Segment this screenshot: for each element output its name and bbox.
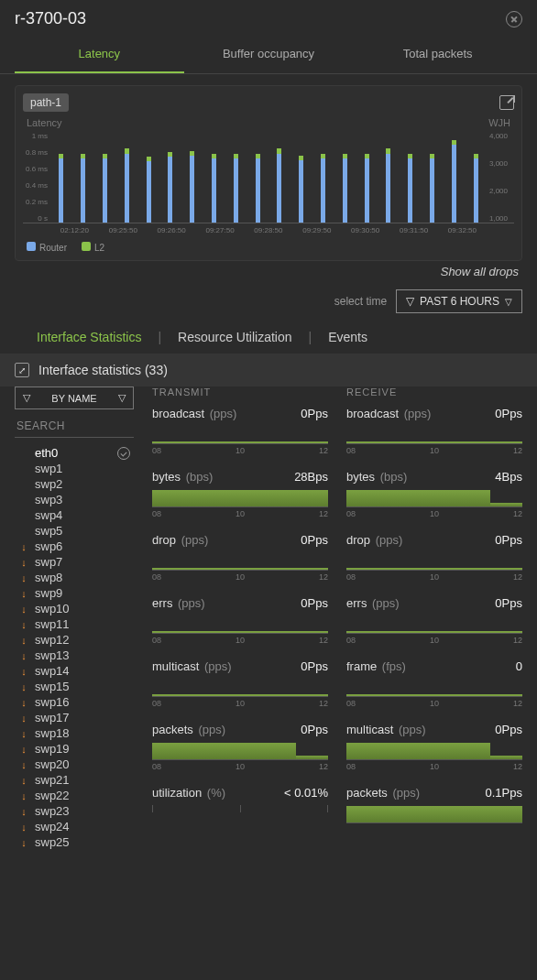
metric-errs: errs (pps)0Pps081012 [346, 596, 522, 645]
tab-buffer-occupancy[interactable]: Buffer occupancy [184, 38, 354, 73]
separator: | [309, 330, 312, 344]
spark-x-tick: 10 [430, 446, 439, 455]
metric-unit: (pps) [395, 723, 425, 736]
interface-row-swp8[interactable]: ↓swp8 [15, 570, 134, 585]
interface-name: swp23 [35, 804, 70, 818]
interface-name: eth0 [35, 446, 58, 460]
tab-latency[interactable]: Latency [15, 38, 184, 73]
interface-name: swp25 [35, 835, 70, 849]
interface-row-swp4[interactable]: swp4 [15, 507, 134, 523]
interface-row-swp2[interactable]: swp2 [15, 476, 134, 492]
metric-value: 28Bps [294, 470, 328, 484]
bar [125, 148, 129, 223]
down-arrow-icon: ↓ [18, 541, 29, 552]
separator: | [158, 330, 161, 344]
metric-bytes: bytes (bps)4Bps081012 [346, 470, 522, 518]
legend-label: Router [39, 243, 67, 253]
select-time-label: select time [334, 295, 387, 308]
search-input[interactable] [15, 415, 134, 438]
interface-name: swp17 [35, 711, 70, 724]
x-tick: 09:31:50 [400, 226, 428, 234]
external-link-icon[interactable] [499, 95, 514, 110]
sparkline [346, 426, 522, 444]
interface-row-swp3[interactable]: swp3 [15, 492, 134, 507]
down-arrow-icon: ↓ [18, 728, 29, 739]
legend-item: Router [27, 242, 67, 253]
interface-row-swp6[interactable]: ↓swp6 [15, 539, 134, 554]
interface-row-swp11[interactable]: ↓swp11 [15, 616, 134, 632]
metric-value: 0Pps [301, 407, 328, 420]
interface-row-swp21[interactable]: ↓swp21 [15, 772, 134, 788]
spark-x-tick: 12 [513, 699, 522, 708]
interface-row-swp25[interactable]: ↓swp25 [15, 834, 134, 850]
interface-row-swp12[interactable]: ↓swp12 [15, 632, 134, 648]
interface-row-eth0[interactable]: eth0 [15, 445, 134, 461]
bar [81, 154, 85, 223]
bar [103, 154, 107, 223]
subtab-interface-statistics[interactable]: Interface Statistics [37, 330, 141, 344]
interface-stats-title: Interface statistics (33) [38, 363, 168, 377]
sparkline [346, 805, 522, 823]
spark-x-tick: 12 [319, 509, 328, 518]
bar [59, 154, 63, 223]
x-tick: 09:30:50 [351, 226, 379, 234]
interface-name: swp21 [35, 773, 70, 787]
spark-x-tick: 10 [236, 636, 245, 645]
show-all-drops-link[interactable]: Show all drops [0, 261, 537, 278]
interface-row-swp23[interactable]: ↓swp23 [15, 803, 134, 819]
close-icon[interactable] [506, 11, 522, 27]
spark-x-tick: 10 [236, 509, 245, 518]
metric-unit: (pps) [195, 723, 225, 736]
metric-name: frame [346, 659, 377, 673]
interface-row-swp13[interactable]: ↓swp13 [15, 648, 134, 663]
bar [408, 154, 412, 223]
metric-unit: (fps) [378, 659, 406, 673]
interface-row-swp7[interactable]: ↓swp7 [15, 554, 134, 570]
metric-packets: packets (pps)0Pps081012 [152, 723, 328, 771]
interface-row-swp14[interactable]: ↓swp14 [15, 663, 134, 679]
interface-row-swp19[interactable]: ↓swp19 [15, 741, 134, 757]
spark-x-tick: 08 [346, 509, 356, 518]
interface-name: swp14 [35, 664, 70, 678]
latency-chart-card: path-1 Latency WJH 1 ms0.8 ms0.6 ms0.4 m… [15, 85, 522, 261]
interface-row-swp16[interactable]: ↓swp16 [15, 694, 134, 710]
expand-icon[interactable]: ⤢ [15, 363, 29, 377]
time-range-button[interactable]: ▽ PAST 6 HOURS ▽ [396, 289, 522, 313]
metric-name: multicast [152, 659, 199, 673]
latency-bar-chart: 1 ms0.8 ms0.6 ms0.4 ms0.2 ms0 s 4,0003,0… [23, 132, 514, 223]
interface-row-swp9[interactable]: ↓swp9 [15, 585, 134, 601]
interface-row-swp1[interactable]: swp1 [15, 461, 134, 476]
metric-unit: (pps) [174, 596, 204, 610]
interface-row-swp10[interactable]: ↓swp10 [15, 601, 134, 616]
y-right-tick: 1,000 [489, 214, 514, 223]
sparkline [152, 742, 328, 760]
interface-name: swp24 [35, 820, 70, 833]
interface-row-swp17[interactable]: ↓swp17 [15, 710, 134, 725]
x-tick: 09:27:50 [205, 226, 234, 234]
interface-name: swp11 [35, 617, 70, 631]
interface-name: swp5 [35, 524, 62, 538]
legend-item: L2 [82, 242, 104, 253]
metric-name: broadcast [346, 407, 399, 420]
down-arrow-icon: ↓ [18, 650, 29, 661]
interface-row-swp18[interactable]: ↓swp18 [15, 725, 134, 741]
spark-x-tick: 08 [152, 762, 161, 771]
interface-row-swp24[interactable]: ↓swp24 [15, 819, 134, 834]
metric-name: utilization [152, 786, 202, 800]
interface-name: swp2 [35, 477, 62, 491]
interface-row-swp22[interactable]: ↓swp22 [15, 788, 134, 803]
sort-by-name-button[interactable]: ▽ BY NAME ▽ [15, 387, 134, 409]
tab-total-packets[interactable]: Total packets [353, 38, 522, 73]
bar [212, 154, 216, 223]
interface-row-swp20[interactable]: ↓swp20 [15, 757, 134, 772]
subtab-resource-utilization[interactable]: Resource Utilization [178, 330, 292, 344]
y-right-tick: 4,000 [489, 132, 514, 140]
interface-row-swp5[interactable]: swp5 [15, 523, 134, 539]
bar [168, 152, 172, 223]
metric-multicast: multicast (pps)0Pps081012 [152, 659, 328, 708]
y-left-label: Latency [27, 117, 62, 128]
metric-frame: frame (fps)0081012 [346, 659, 522, 708]
subtab-events[interactable]: Events [328, 330, 367, 344]
filter-icon: ▽ [23, 392, 30, 404]
interface-row-swp15[interactable]: ↓swp15 [15, 679, 134, 694]
